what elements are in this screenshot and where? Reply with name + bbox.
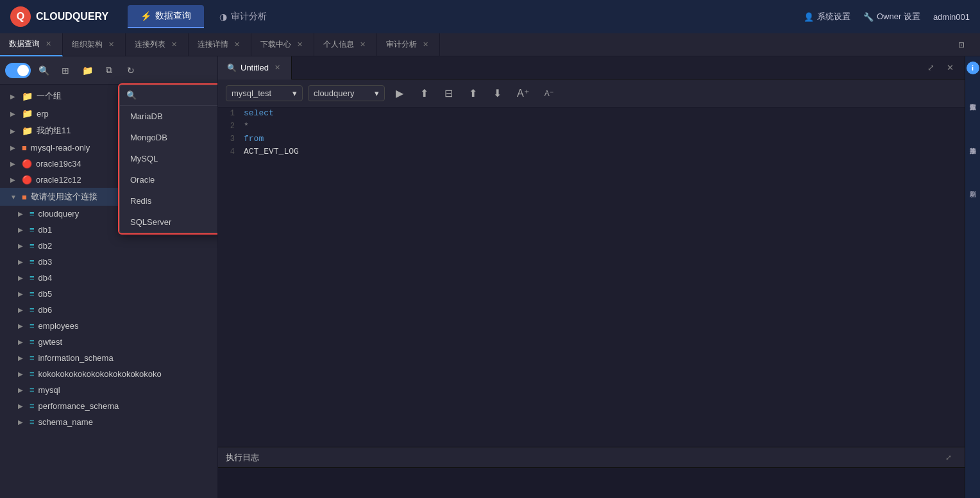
scroll-up-btn[interactable]: ⬆ <box>463 84 482 103</box>
tree-item-information-schema[interactable]: ▶ ≡ information_schema <box>0 350 217 366</box>
main-layout: 🔍 ⊞ 📁 ⧉ ↻ 🔍 MariaDB MongoDB MySQL <box>0 56 980 498</box>
tree-item-gwtest[interactable]: ▶ ≡ gwtest <box>0 334 217 350</box>
tab-org[interactable]: 组织架构 ✕ <box>63 33 126 56</box>
info-btn[interactable]: i <box>967 62 979 74</box>
tree-item-mysql[interactable]: ▶ ≡ mysql <box>0 382 217 398</box>
dropdown-item-mongodb[interactable]: MongoDB <box>120 127 218 148</box>
tree-item-employees[interactable]: ▶ ≡ employees <box>0 318 217 334</box>
chevron-up-icon: ⬆ <box>469 87 477 99</box>
tree-item-schema-name[interactable]: ▶ ≡ schema_name <box>0 414 217 430</box>
dropdown-item-redis[interactable]: Redis <box>120 190 218 212</box>
owner-settings-btn[interactable]: 🔧 Owner 设置 <box>863 11 920 22</box>
tab-download-close[interactable]: ✕ <box>295 39 305 50</box>
tab-conn-list[interactable]: 连接列表 ✕ <box>126 33 189 56</box>
dropdown-item-mysql[interactable]: MySQL <box>120 148 218 169</box>
scroll-down-btn[interactable]: ⬇ <box>487 84 507 103</box>
conn-icon: ■ <box>22 192 27 202</box>
maximize-btn[interactable]: ⤢ <box>922 60 939 76</box>
tree-arrow: ▶ <box>18 419 26 426</box>
dropdown-search-icon: 🔍 <box>126 90 137 100</box>
font-decrease-btn[interactable]: A⁻ <box>539 87 559 101</box>
db-settings-panel-btn[interactable]: 数据库设置 <box>967 79 979 118</box>
tab-data-query[interactable]: 数据查询 ✕ <box>0 33 63 56</box>
refresh-panel-btn[interactable]: 刷新 <box>967 167 979 205</box>
username-label: admin001 <box>933 12 970 22</box>
editor-tab-untitled[interactable]: 🔍 Untitled ✕ <box>218 56 292 79</box>
tab-org-close[interactable]: ✕ <box>106 39 116 50</box>
log-title: 执行日志 <box>226 452 259 463</box>
search-icon: 🔍 <box>38 65 49 76</box>
chevron-down-icon: ⬇ <box>493 87 502 99</box>
nav-tab-data-query[interactable]: ⚡ 数据查询 <box>128 5 204 28</box>
db-icon: ≡ <box>30 401 35 411</box>
dropdown-search-input[interactable] <box>140 90 218 100</box>
sidebar-toggle[interactable] <box>5 63 31 78</box>
code-text: * <box>244 121 249 131</box>
dropdown-item-mariadb[interactable]: MariaDB <box>120 106 218 127</box>
tree-label: db2 <box>38 241 212 251</box>
sidebar-refresh-btn[interactable]: ↻ <box>122 62 140 79</box>
navbar-right: 👤 系统设置 🔧 Owner 设置 admin001 <box>804 11 970 22</box>
play-icon: ▶ <box>396 87 403 99</box>
run-btn[interactable]: ▶ <box>390 84 409 103</box>
code-editor-wrapper: 1 select 2 * 3 from <box>218 108 965 498</box>
tab-download[interactable]: 下载中心 ✕ <box>251 33 314 56</box>
connection-select[interactable]: mysql_test ▾ <box>226 85 303 101</box>
tab-profile-label: 个人信息 <box>323 39 354 50</box>
tree-item-db6[interactable]: ▶ ≡ db6 <box>0 302 217 318</box>
sidebar-copy-btn[interactable]: ⧉ <box>100 62 118 79</box>
sidebar-search-btn[interactable]: 🔍 <box>35 62 53 79</box>
tree-label: gwtest <box>38 337 212 347</box>
tab-conn-detail[interactable]: 连接详情 ✕ <box>189 33 251 56</box>
code-editor[interactable]: 1 select 2 * 3 from <box>218 108 965 447</box>
tree-item-kokoko[interactable]: ▶ ≡ kokokokokokokokokokokokokoko <box>0 366 217 382</box>
folder-icon: 📁 <box>82 65 93 76</box>
system-settings-btn[interactable]: 👤 系统设置 <box>804 11 850 22</box>
tree-item-performance-schema[interactable]: ▶ ≡ performance_schema <box>0 398 217 414</box>
tab-audit-close[interactable]: ✕ <box>421 39 430 50</box>
tab-audit[interactable]: 审计分析 ✕ <box>377 33 440 56</box>
tree-item-db5[interactable]: ▶ ≡ db5 <box>0 286 217 302</box>
tab-profile-close[interactable]: ✕ <box>358 39 368 50</box>
editor-tab-close[interactable]: ✕ <box>273 62 282 73</box>
tab-data-query-close[interactable]: ✕ <box>44 38 53 49</box>
tree-arrow: ▶ <box>18 338 26 345</box>
log-expand-btn[interactable]: ⤢ <box>940 449 957 466</box>
tree-arrow: ▶ <box>10 128 18 135</box>
tab-data-query-label: 数据查询 <box>9 38 40 49</box>
sidebar-folder-btn[interactable]: 📁 <box>78 62 96 79</box>
db-icon: ≡ <box>30 289 35 299</box>
app-logo: Q CLOUDQUERY <box>10 6 108 27</box>
upload-btn[interactable]: ⬆ <box>414 84 434 103</box>
tab-popout[interactable]: ⊡ <box>949 33 974 56</box>
tree-item-db4[interactable]: ▶ ≡ db4 <box>0 270 217 286</box>
content-area: 🔍 Untitled ✕ ⤢ ✕ mysql_test ▾ cloudquery… <box>218 56 965 498</box>
dropdown-item-oracle[interactable]: Oracle <box>120 169 218 190</box>
db-icon: ≡ <box>30 369 35 379</box>
tree-label: db3 <box>38 257 212 267</box>
db-icon: ≡ <box>30 321 35 331</box>
tab-profile[interactable]: 个人信息 ✕ <box>314 33 377 56</box>
tree-item-db3[interactable]: ▶ ≡ db3 <box>0 254 217 270</box>
tree-label: mysql <box>38 385 212 395</box>
user-info[interactable]: admin001 <box>933 12 970 22</box>
font-decrease-icon: A⁻ <box>545 89 553 98</box>
secondary-tab-bar: 数据查询 ✕ 组织架构 ✕ 连接列表 ✕ 连接详情 ✕ 下载中心 ✕ 个人信息 … <box>0 33 980 56</box>
font-increase-btn[interactable]: A⁺ <box>512 85 534 102</box>
tree-arrow: ▶ <box>18 322 26 329</box>
close-btn[interactable]: ✕ <box>942 60 958 76</box>
db-type-dropdown: 🔍 MariaDB MongoDB MySQL Oracle Redis SQL… <box>119 85 218 233</box>
tab-conn-list-close[interactable]: ✕ <box>169 39 179 50</box>
sidebar-grid-btn[interactable]: ⊞ <box>56 62 74 79</box>
copy-icon: ⧉ <box>106 65 112 76</box>
database-select[interactable]: cloudquery ▾ <box>308 85 385 101</box>
right-panel: i 数据库设置 添加连接 刷新 <box>965 56 980 498</box>
tree-item-db2[interactable]: ▶ ≡ db2 <box>0 238 217 254</box>
tab-conn-list-label: 连接列表 <box>135 39 165 50</box>
add-conn-panel-btn[interactable]: 添加连接 <box>967 123 979 162</box>
tab-conn-detail-close[interactable]: ✕ <box>232 39 242 50</box>
nav-tab-audit[interactable]: ◑ 审计分析 <box>207 5 280 28</box>
filter-btn[interactable]: ⊟ <box>439 84 458 103</box>
nav-tab-data-query-label: 数据查询 <box>155 10 191 22</box>
dropdown-item-sqlserver[interactable]: SQLServer <box>120 212 218 233</box>
